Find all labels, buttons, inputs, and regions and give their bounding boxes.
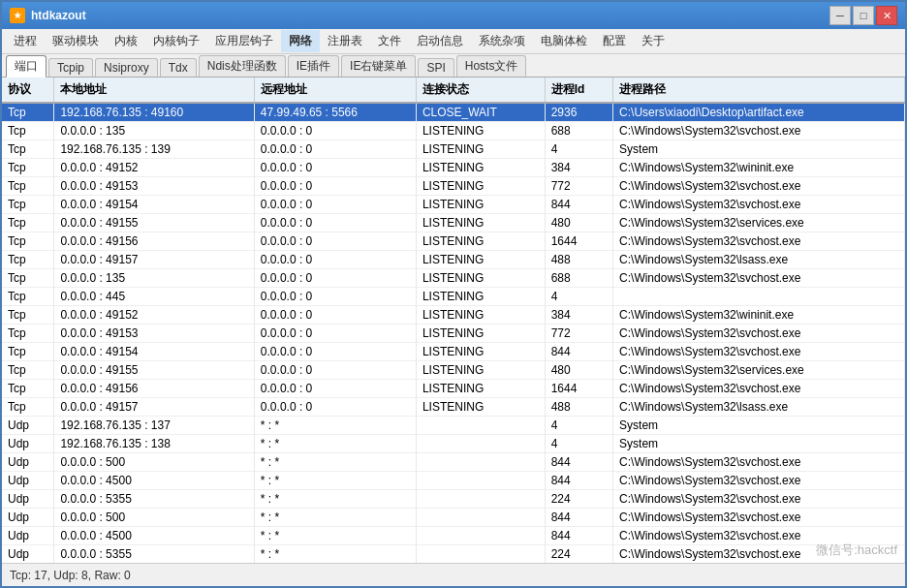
table-cell-1: 192.168.76.135 : 49160 bbox=[54, 103, 254, 122]
table-cell-3: LISTENING bbox=[416, 306, 545, 325]
table-row[interactable]: Tcp0.0.0.0 : 491540.0.0.0 : 0LISTENING84… bbox=[2, 343, 905, 361]
table-row[interactable]: Tcp0.0.0.0 : 491550.0.0.0 : 0LISTENING48… bbox=[2, 361, 905, 380]
table-row[interactable]: Tcp192.168.76.135 : 4916047.99.49.65 : 5… bbox=[2, 103, 905, 122]
menu-item-电脑体检[interactable]: 电脑体检 bbox=[533, 30, 595, 52]
sub-tab-Ndis处理函数[interactable]: Ndis处理函数 bbox=[199, 55, 286, 77]
table-cell-2: 0.0.0.0 : 0 bbox=[254, 214, 416, 232]
table-row[interactable]: Tcp0.0.0.0 : 491530.0.0.0 : 0LISTENING77… bbox=[2, 325, 905, 343]
menu-item-关于[interactable]: 关于 bbox=[634, 30, 672, 52]
menu-item-注册表[interactable]: 注册表 bbox=[320, 30, 370, 52]
table-cell-4: 384 bbox=[545, 306, 612, 325]
table-cell-0: Tcp bbox=[2, 177, 54, 196]
table-cell-3: LISTENING bbox=[416, 380, 545, 398]
table-row[interactable]: Udp0.0.0.0 : 5355* : *224C:\Windows\Syst… bbox=[2, 545, 905, 564]
menu-item-进程[interactable]: 进程 bbox=[6, 30, 45, 52]
table-cell-5: C:\Windows\System32\svchost.exe bbox=[613, 545, 905, 564]
table-cell-1: 0.0.0.0 : 135 bbox=[54, 122, 254, 140]
table-cell-1: 0.0.0.0 : 49155 bbox=[54, 214, 254, 232]
table-cell-2: * : * bbox=[254, 527, 416, 545]
table-cell-3: CLOSE_WAIT bbox=[416, 103, 545, 122]
table-cell-0: Tcp bbox=[2, 269, 54, 288]
table-cell-4: 772 bbox=[545, 177, 612, 196]
sub-tab-Hosts文件[interactable]: Hosts文件 bbox=[456, 55, 527, 77]
status-bar: Tcp: 17, Udp: 8, Raw: 0 bbox=[2, 563, 905, 586]
table-row[interactable]: Udp0.0.0.0 : 500* : *844C:\Windows\Syste… bbox=[2, 509, 905, 527]
table-row[interactable]: Tcp0.0.0.0 : 491570.0.0.0 : 0LISTENING48… bbox=[2, 251, 905, 269]
table-row[interactable]: Udp192.168.76.135 : 137* : *4System bbox=[2, 417, 905, 435]
table-cell-0: Tcp bbox=[2, 361, 54, 380]
table-row[interactable]: Tcp0.0.0.0 : 1350.0.0.0 : 0LISTENING688C… bbox=[2, 269, 905, 288]
table-row[interactable]: Tcp0.0.0.0 : 491550.0.0.0 : 0LISTENING48… bbox=[2, 214, 905, 232]
content-area: 协议本地地址远程地址连接状态进程Id进程路径 Tcp192.168.76.135… bbox=[2, 77, 905, 563]
menu-item-配置[interactable]: 配置 bbox=[595, 30, 634, 52]
sub-tab-Tcpip[interactable]: Tcpip bbox=[48, 58, 93, 77]
menu-item-内核[interactable]: 内核 bbox=[107, 30, 145, 52]
table-cell-3 bbox=[416, 435, 545, 453]
table-cell-1: 0.0.0.0 : 445 bbox=[54, 288, 254, 306]
table-row[interactable]: Tcp0.0.0.0 : 4450.0.0.0 : 0LISTENING4 bbox=[2, 288, 905, 306]
table-cell-4: 1644 bbox=[545, 380, 612, 398]
menu-item-应用层钩子[interactable]: 应用层钩子 bbox=[207, 30, 281, 52]
table-row[interactable]: Tcp0.0.0.0 : 1350.0.0.0 : 0LISTENING688C… bbox=[2, 122, 905, 140]
sub-tab-Tdx[interactable]: Tdx bbox=[160, 58, 197, 77]
table-cell-4: 844 bbox=[545, 472, 612, 490]
table-cell-2: 0.0.0.0 : 0 bbox=[254, 269, 416, 288]
table-cell-0: Tcp bbox=[2, 196, 54, 214]
close-button[interactable]: ✕ bbox=[876, 6, 897, 25]
table-row[interactable]: Udp0.0.0.0 : 5355* : *224C:\Windows\Syst… bbox=[2, 490, 905, 509]
sub-tab-Nsiproxy[interactable]: Nsiproxy bbox=[95, 58, 158, 77]
table-row[interactable]: Tcp0.0.0.0 : 491520.0.0.0 : 0LISTENING38… bbox=[2, 306, 905, 325]
table-row[interactable]: Udp192.168.76.135 : 138* : *4System bbox=[2, 435, 905, 453]
table-row[interactable]: Udp0.0.0.0 : 4500* : *844C:\Windows\Syst… bbox=[2, 527, 905, 545]
table-row[interactable]: Udp0.0.0.0 : 4500* : *844C:\Windows\Syst… bbox=[2, 472, 905, 490]
table-cell-2: 0.0.0.0 : 0 bbox=[254, 159, 416, 177]
table-cell-5: C:\Windows\System32\lsass.exe bbox=[613, 398, 905, 417]
table-cell-1: 192.168.76.135 : 139 bbox=[54, 140, 254, 159]
table-cell-2: * : * bbox=[254, 490, 416, 509]
maximize-button[interactable]: □ bbox=[853, 6, 874, 25]
menu-item-驱动模块[interactable]: 驱动模块 bbox=[45, 30, 107, 52]
table-cell-3: LISTENING bbox=[416, 177, 545, 196]
table-cell-4: 844 bbox=[545, 509, 612, 527]
table-cell-4: 2936 bbox=[545, 103, 612, 122]
menu-item-文件[interactable]: 文件 bbox=[370, 30, 409, 52]
sub-tab-IE插件[interactable]: IE插件 bbox=[288, 55, 339, 77]
menu-item-启动信息[interactable]: 启动信息 bbox=[409, 30, 471, 52]
table-row[interactable]: Tcp0.0.0.0 : 491520.0.0.0 : 0LISTENING38… bbox=[2, 159, 905, 177]
sub-tab-SPI[interactable]: SPI bbox=[418, 58, 454, 77]
table-cell-2: 0.0.0.0 : 0 bbox=[254, 361, 416, 380]
table-cell-0: Tcp bbox=[2, 159, 54, 177]
table-row[interactable]: Tcp0.0.0.0 : 491570.0.0.0 : 0LISTENING48… bbox=[2, 398, 905, 417]
menu-item-内核钩子[interactable]: 内核钩子 bbox=[145, 30, 207, 52]
table-row[interactable]: Tcp0.0.0.0 : 491540.0.0.0 : 0LISTENING84… bbox=[2, 196, 905, 214]
table-cell-2: 0.0.0.0 : 0 bbox=[254, 380, 416, 398]
table-cell-5: C:\Windows\System32\svchost.exe bbox=[613, 453, 905, 472]
menu-item-网络[interactable]: 网络 bbox=[281, 30, 320, 52]
table-cell-2: 0.0.0.0 : 0 bbox=[254, 122, 416, 140]
table-cell-0: Tcp bbox=[2, 306, 54, 325]
table-cell-0: Tcp bbox=[2, 103, 54, 122]
col-header-协议: 协议 bbox=[2, 77, 54, 103]
table-cell-0: Tcp bbox=[2, 232, 54, 251]
table-row[interactable]: Udp0.0.0.0 : 500* : *844C:\Windows\Syste… bbox=[2, 453, 905, 472]
table-cell-0: Tcp bbox=[2, 140, 54, 159]
col-header-连接状态: 连接状态 bbox=[416, 77, 545, 103]
title-bar-left: ★ htdkazout bbox=[10, 8, 86, 23]
table-cell-2: 0.0.0.0 : 0 bbox=[254, 325, 416, 343]
table-row[interactable]: Tcp0.0.0.0 : 491530.0.0.0 : 0LISTENING77… bbox=[2, 177, 905, 196]
table-row[interactable]: Tcp192.168.76.135 : 1390.0.0.0 : 0LISTEN… bbox=[2, 140, 905, 159]
table-cell-4: 844 bbox=[545, 453, 612, 472]
table-row[interactable]: Tcp0.0.0.0 : 491560.0.0.0 : 0LISTENING16… bbox=[2, 232, 905, 251]
table-cell-3: LISTENING bbox=[416, 214, 545, 232]
table-cell-0: Udp bbox=[2, 545, 54, 564]
table-cell-3: LISTENING bbox=[416, 159, 545, 177]
minimize-button[interactable]: ─ bbox=[829, 6, 851, 25]
table-row[interactable]: Tcp0.0.0.0 : 491560.0.0.0 : 0LISTENING16… bbox=[2, 380, 905, 398]
table-cell-1: 0.0.0.0 : 4500 bbox=[54, 472, 254, 490]
table-cell-0: Udp bbox=[2, 435, 54, 453]
table-cell-5: C:\Windows\System32\wininit.exe bbox=[613, 306, 905, 325]
sub-tab-IE右键菜单[interactable]: IE右键菜单 bbox=[341, 55, 416, 77]
table-cell-1: 0.0.0.0 : 49154 bbox=[54, 343, 254, 361]
menu-item-系统杂项[interactable]: 系统杂项 bbox=[471, 30, 533, 52]
sub-tab-端口[interactable]: 端口 bbox=[6, 55, 47, 77]
